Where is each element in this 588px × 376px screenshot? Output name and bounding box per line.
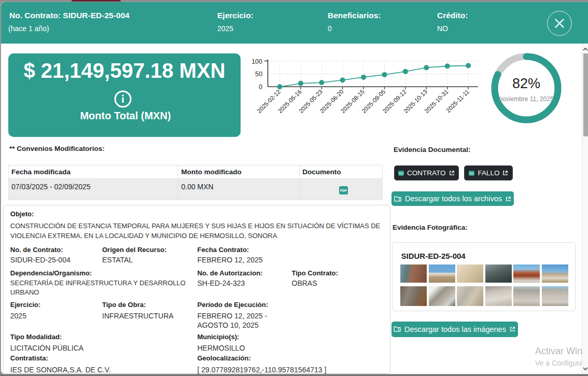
svg-text:0: 0 [259,83,262,91]
svg-text:noviembre 11, 2025: noviembre 11, 2025 [499,95,554,103]
svg-text:PDF: PDF [470,172,474,175]
svg-text:PDF: PDF [340,189,347,192]
svg-text:2025-11-11: 2025-11-11 [445,88,470,114]
svg-text:100: 100 [251,58,262,65]
svg-text:PDF: PDF [399,172,403,175]
svg-text:82%: 82% [512,76,540,91]
svg-text:50: 50 [255,71,262,78]
